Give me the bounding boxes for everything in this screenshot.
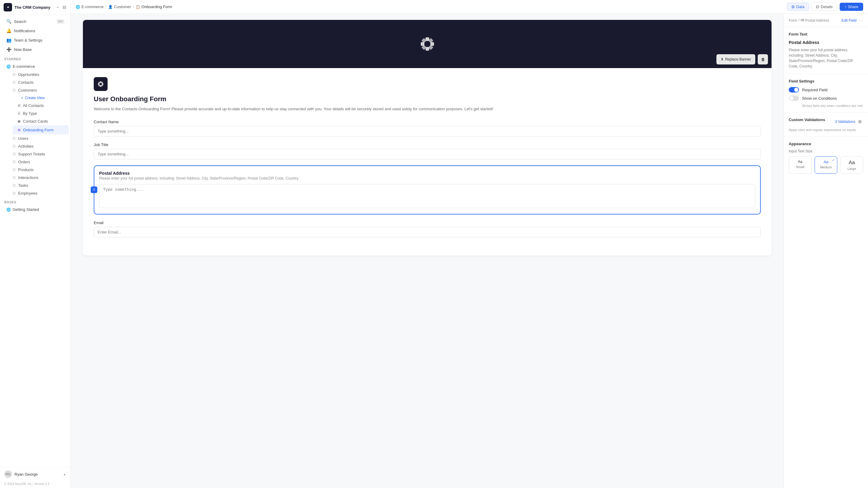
- sidebar-item-activities[interactable]: ⬡ Activities: [8, 142, 69, 150]
- getting-started-icon: 🌐: [6, 207, 11, 212]
- check-icon: ✓: [832, 158, 835, 162]
- panel-breadcrumb-sep: /: [798, 19, 799, 23]
- field-settings-section: Field Settings Required Field Show on Co…: [784, 74, 868, 113]
- delete-banner-button[interactable]: 🗑: [758, 54, 768, 64]
- notifications-nav-item[interactable]: 🔔 Notifications: [2, 26, 69, 35]
- list-icon: ☰: [17, 111, 21, 116]
- tab-data-button[interactable]: ⊞ Data: [787, 3, 809, 11]
- job-title-input[interactable]: [94, 149, 761, 159]
- sidebar-item-tasks[interactable]: ⬡ Tasks: [8, 182, 69, 189]
- sidebar-item-ecommerce[interactable]: 🌐 E-commerce: [2, 62, 69, 70]
- size-medium-option[interactable]: ✓ Aa Medium: [815, 156, 838, 174]
- custom-validations-section: Custom Validations 3 Validations ⚙ Apply…: [784, 113, 868, 137]
- postal-address-desc: Please enter your full postal address, i…: [99, 175, 755, 181]
- company-name: The CRM Company: [14, 5, 50, 10]
- breadcrumb-form-label: Onboarding Form: [141, 4, 172, 9]
- validations-row: Custom Validations 3 Validations ⚙: [789, 118, 863, 126]
- form-text-title: Form Text: [789, 32, 863, 36]
- data-icon: ⊞: [792, 4, 795, 9]
- ecommerce-breadcrumb-icon: 🌐: [76, 5, 80, 9]
- banner-actions: ⬆ Replace Banner 🗑: [716, 54, 768, 64]
- form-description: Welcome to the Contacts Onboarding Form!…: [94, 106, 761, 112]
- contact-name-input[interactable]: [94, 126, 761, 136]
- content-area: ⬆ Replace Banner 🗑: [71, 14, 868, 488]
- contact-cards-label: Contact Cards: [23, 119, 48, 124]
- tab-details-button[interactable]: ⊟ Details: [811, 3, 837, 11]
- sidebar-item-contacts[interactable]: ⬡ Contacts: [8, 78, 69, 86]
- sidebar-nav: 🔍 Search ⌘K 🔔 Notifications 👥 Team & Set…: [0, 15, 70, 216]
- new-base-label: New Base: [14, 47, 64, 52]
- drag-icon: ⠿: [93, 188, 95, 192]
- breadcrumb-ecommerce[interactable]: 🌐 E-commerce: [76, 4, 104, 9]
- form-icon: ⊞: [17, 128, 21, 132]
- sidebar-item-orders[interactable]: ⬡ Orders: [8, 158, 69, 166]
- sidebar-item-contact-cards[interactable]: ▣ Contact Cards: [13, 118, 69, 125]
- postal-address-field-block: ⠿ Postal Address Please enter your full …: [94, 165, 761, 215]
- sidebar-item-interactions[interactable]: ⬡ Interactions: [8, 174, 69, 181]
- bell-icon: 🔔: [6, 28, 11, 33]
- sidebar-item-employees[interactable]: ⬡ Employees: [8, 190, 69, 197]
- activities-icon: ⬡: [12, 144, 16, 148]
- required-field-toggle[interactable]: [789, 87, 799, 93]
- interactions-label: Interactions: [18, 175, 38, 180]
- customers-label: Customers: [18, 88, 37, 93]
- show-on-conditions-sub: Shows field only when conditions are met: [789, 104, 863, 107]
- new-base-nav-item[interactable]: ➕ New Base: [2, 45, 69, 54]
- replace-banner-button[interactable]: ⬆ Replace Banner: [716, 54, 755, 64]
- chevron-down-icon[interactable]: ▾: [57, 6, 59, 9]
- size-small-option[interactable]: Aa Small: [789, 156, 812, 174]
- customers-icon: ⬡: [12, 88, 16, 92]
- sidebar-item-all-contacts[interactable]: ⊞ All Contacts: [13, 102, 69, 109]
- sidebar-item-getting-started[interactable]: 🌐 Getting Started: [2, 205, 69, 214]
- user-row[interactable]: RG Ryan George ▲: [4, 470, 66, 478]
- sidebar-item-customers[interactable]: ⬡ Customers: [8, 87, 69, 94]
- team-nav-item[interactable]: 👥 Team & Settings: [2, 36, 69, 44]
- header-icons: ⊟: [62, 4, 67, 10]
- share-button[interactable]: ↑ Share: [840, 3, 863, 11]
- sidebar-item-onboarding-form[interactable]: ⊞ Onboarding Form ⋯: [13, 125, 69, 134]
- contact-name-label: Contact Name: [94, 120, 761, 124]
- details-icon: ⊟: [816, 4, 819, 9]
- team-icon: 👥: [6, 38, 11, 42]
- sidebar-item-opportunities[interactable]: ⬡ Opprtunities: [8, 71, 69, 78]
- validations-settings-button[interactable]: ⚙: [857, 119, 863, 125]
- size-large-option[interactable]: Aa Large: [840, 156, 863, 174]
- email-field: Email: [94, 221, 761, 237]
- search-nav-item[interactable]: 🔍 Search ⌘K: [2, 17, 69, 26]
- appearance-title: Appearance: [789, 141, 863, 146]
- email-input[interactable]: [94, 227, 761, 237]
- sidebar-item-products[interactable]: ⬡ Products: [8, 166, 69, 173]
- validations-count-link[interactable]: 3 Validations: [835, 120, 855, 124]
- size-large-preview: Aa: [842, 160, 861, 166]
- create-view-button[interactable]: + Create View: [11, 94, 70, 101]
- search-shortcut: ⌘K: [57, 19, 64, 24]
- drag-handle[interactable]: ⠿: [91, 187, 97, 193]
- sidebar-item-users[interactable]: ⬡ Users: [8, 135, 69, 142]
- employees-label: Employees: [18, 191, 37, 195]
- all-contacts-label: All Contacts: [23, 103, 44, 108]
- postal-address-input[interactable]: [99, 184, 755, 208]
- user-name: Ryan George: [14, 472, 38, 477]
- breadcrumb-customer[interactable]: 👤 Customer: [108, 4, 131, 9]
- size-medium-label: Medium: [817, 165, 835, 169]
- sidebar-item-by-type[interactable]: ☰ By Type: [13, 110, 69, 117]
- breadcrumb-ecommerce-label: E-commerce: [82, 4, 104, 9]
- upload-icon: ⬆: [721, 57, 724, 61]
- show-on-conditions-toggle[interactable]: [789, 96, 799, 101]
- panel-breadcrumb-form: Form: [789, 19, 797, 23]
- ecommerce-children: ⬡ Opprtunities ⬡ Contacts ⬡ Customers + …: [0, 71, 70, 197]
- edit-field-button[interactable]: Edit Field: [841, 19, 857, 23]
- breadcrumb-current[interactable]: 📋 Onboarding Form: [135, 4, 172, 9]
- breadcrumb-sep-2: /: [133, 4, 134, 9]
- create-view-plus-icon: +: [21, 96, 23, 100]
- panel-more-button[interactable]: ⋯: [858, 18, 863, 23]
- required-field-row: Required Field: [789, 87, 863, 93]
- sidebar-toggle-button[interactable]: ⊟: [62, 4, 67, 10]
- employees-icon: ⬡: [12, 191, 16, 195]
- sidebar-item-support-tickets[interactable]: ⬡ Support Tickets: [8, 150, 69, 158]
- job-title-label: Job Title: [94, 142, 761, 147]
- tasks-icon: ⬡: [12, 184, 16, 187]
- contact-name-field: Contact Name: [94, 120, 761, 136]
- plus-icon: ➕: [6, 47, 11, 52]
- team-label: Team & Settings: [14, 38, 64, 42]
